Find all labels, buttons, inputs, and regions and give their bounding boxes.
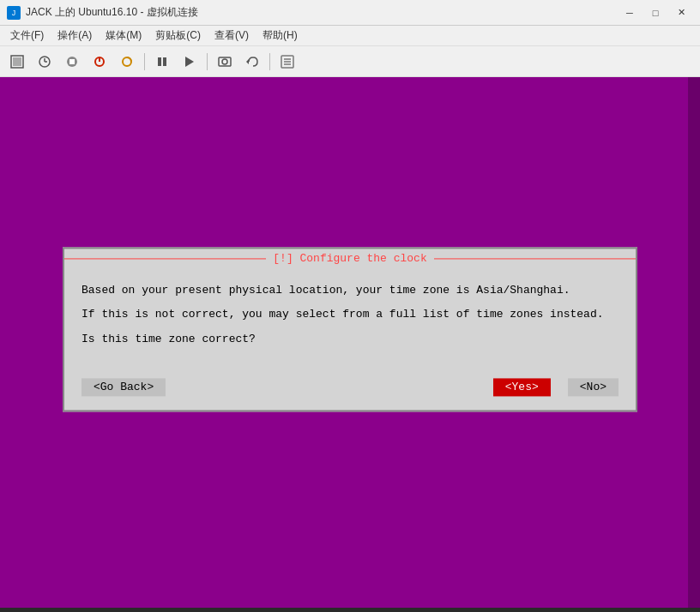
toolbar-btn-snapshot[interactable] (213, 50, 237, 74)
go-back-button[interactable]: <Go Back> (81, 378, 166, 396)
menu-view[interactable]: 查看(V) (208, 27, 256, 45)
svg-rect-1 (13, 57, 21, 66)
minimize-button[interactable]: ─ (618, 4, 642, 21)
menu-bar: 文件(F) 操作(A) 媒体(M) 剪贴板(C) 查看(V) 帮助(H) (0, 26, 700, 46)
dialog-line2: If this is not correct, you may select f… (81, 307, 619, 325)
svg-rect-11 (163, 57, 166, 66)
toolbar-btn-settings[interactable] (275, 50, 299, 74)
menu-clipboard[interactable]: 剪贴板(C) (148, 27, 208, 45)
toolbar-btn-restart[interactable] (115, 50, 139, 74)
dialog-line1: Based on your present physical location,… (81, 282, 619, 300)
toolbar-btn-power[interactable] (88, 50, 112, 74)
toolbar-separator-1 (144, 53, 145, 70)
toolbar-separator-2 (207, 53, 208, 70)
dialog-title-bar: [!] Configure the clock (64, 249, 636, 268)
dialog-right-buttons: <Yes> <No> (493, 378, 619, 396)
dialog-title-line-right (434, 258, 636, 259)
menu-help[interactable]: 帮助(H) (256, 27, 305, 45)
toolbar-btn-pause[interactable] (150, 50, 174, 74)
vm-area[interactable]: [!] Configure the clock Based on your pr… (0, 77, 700, 608)
svg-point-14 (222, 59, 227, 64)
svg-rect-6 (69, 59, 75, 64)
toolbar-btn-play[interactable] (178, 50, 202, 74)
menu-media[interactable]: 媒体(M) (99, 27, 148, 45)
vm-scrollbar[interactable] (688, 77, 700, 608)
toolbar-separator-3 (269, 53, 270, 70)
app-icon: J (7, 6, 21, 20)
dialog-title-text: [!] Configure the clock (266, 252, 433, 265)
dialog-content: Based on your present physical location,… (64, 268, 636, 369)
menu-action[interactable]: 操作(A) (51, 27, 99, 45)
svg-rect-10 (158, 57, 161, 66)
title-bar: J JACK 上的 Ubuntu16.10 - 虚拟机连接 ─ □ ✕ (0, 0, 700, 26)
window-title: JACK 上的 Ubuntu16.10 - 虚拟机连接 (26, 5, 198, 20)
maximize-button[interactable]: □ (643, 4, 667, 21)
configure-clock-dialog: [!] Configure the clock Based on your pr… (63, 247, 637, 411)
toolbar-btn-undo[interactable] (240, 50, 264, 74)
dialog-title-line-left (64, 258, 266, 259)
no-button[interactable]: <No> (568, 378, 619, 396)
toolbar-btn-2[interactable] (33, 50, 57, 74)
title-left: J JACK 上的 Ubuntu16.10 - 虚拟机连接 (7, 5, 198, 20)
svg-marker-15 (246, 59, 249, 64)
title-controls: ─ □ ✕ (618, 4, 693, 21)
dialog-line3: Is this time zone correct? (81, 332, 619, 350)
bottom-hint-bar: <Tab> moves; <Space> selects; <Enter> ac… (0, 608, 700, 612)
close-button[interactable]: ✕ (669, 4, 693, 21)
yes-button[interactable]: <Yes> (493, 378, 551, 396)
toolbar-btn-stop[interactable] (60, 50, 84, 74)
dialog-buttons: <Go Back> <Yes> <No> (64, 369, 636, 410)
toolbar-btn-1[interactable] (5, 50, 29, 74)
svg-marker-12 (185, 57, 194, 67)
toolbar (0, 46, 700, 77)
menu-file[interactable]: 文件(F) (3, 27, 51, 45)
